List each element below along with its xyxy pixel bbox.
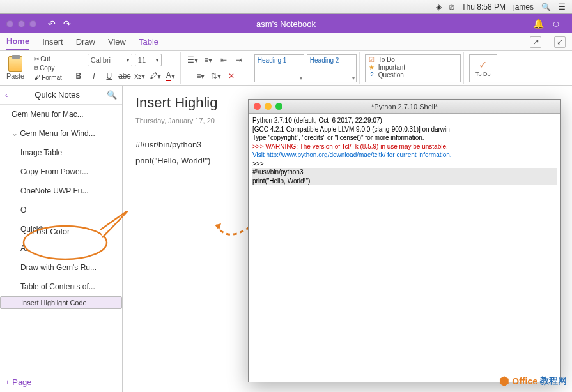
tab-draw[interactable]: Draw xyxy=(76,34,95,49)
list-item[interactable]: Image Table xyxy=(0,143,122,162)
terminal-content[interactable]: Python 2.7.10 (default, Oct 6 2017, 22:2… xyxy=(249,114,560,382)
callout-text: Lost Color xyxy=(32,227,70,236)
window-title: asm's Notebook xyxy=(256,19,316,29)
todo-button[interactable]: ✓ To Do xyxy=(469,54,497,82)
menu-icon[interactable]: ☰ xyxy=(559,3,566,11)
italic-button[interactable]: I xyxy=(87,70,101,82)
list-item[interactable]: Add Sticky Note in... xyxy=(0,239,122,258)
chevron-left-icon[interactable]: ‹ xyxy=(5,90,8,100)
indent-button[interactable]: ⇥ xyxy=(232,54,246,66)
minimize-icon[interactable] xyxy=(18,20,25,27)
expand-icon[interactable]: ⤢ xyxy=(554,36,566,48)
smile-icon[interactable]: ☺ xyxy=(548,19,564,29)
tab-home[interactable]: Home xyxy=(6,34,29,50)
undo-button[interactable]: ↶ xyxy=(44,19,59,29)
tab-table[interactable]: Table xyxy=(139,34,158,49)
tab-insert[interactable]: Insert xyxy=(42,34,63,49)
bold-button[interactable]: B xyxy=(72,70,86,82)
add-page-button[interactable]: + Page xyxy=(0,372,122,392)
airplay-icon[interactable]: ⎚ xyxy=(449,3,454,11)
outdent-button[interactable]: ⇤ xyxy=(217,54,231,66)
gem-icon[interactable]: ◈ xyxy=(436,3,442,11)
tags-card[interactable]: ☑To Do ★Important ?Question xyxy=(365,54,461,82)
search-icon[interactable]: 🔍 xyxy=(541,3,551,11)
minimize-icon[interactable] xyxy=(265,103,272,110)
clear-format-button[interactable]: ✕ xyxy=(224,70,238,82)
redo-button[interactable]: ↷ xyxy=(59,19,75,29)
terminal-window: *Python 2.7.10 Shell* Python 2.7.10 (def… xyxy=(248,99,561,382)
paste-icon[interactable] xyxy=(8,56,22,72)
close-icon[interactable] xyxy=(6,20,13,27)
list-item[interactable]: Table of Contents of... xyxy=(0,277,122,296)
zoom-icon[interactable] xyxy=(29,20,36,27)
list-item[interactable]: Draw with Gem's Ru... xyxy=(0,258,122,277)
list-item[interactable]: OneNote UWP Fu... xyxy=(0,181,122,200)
list-item[interactable]: O xyxy=(0,200,122,220)
subscript-button[interactable]: x₂▾ xyxy=(133,70,147,82)
underline-button[interactable]: U xyxy=(102,70,116,82)
watermark: ⬢ Office教程网 xyxy=(499,374,567,388)
section-title: Quick Notes xyxy=(35,90,80,100)
share-icon[interactable]: ↗ xyxy=(530,36,541,48)
font-select[interactable]: Calibri▾ xyxy=(88,54,132,66)
paste-label: Paste xyxy=(6,72,24,80)
clock: Thu 8:58 PM xyxy=(461,3,506,11)
spacing-button[interactable]: ⇅▾ xyxy=(209,70,223,82)
terminal-title: *Python 2.7.10 Shell* xyxy=(371,103,438,110)
bell-icon[interactable]: 🔔 xyxy=(529,19,548,29)
list-item[interactable]: Copy From Power... xyxy=(0,162,122,181)
numbering-button[interactable]: ≡▾ xyxy=(201,54,215,66)
close-icon[interactable] xyxy=(254,103,261,110)
font-size-select[interactable]: 11▾ xyxy=(135,54,162,66)
list-item[interactable]: Gem Menu for Wind... xyxy=(0,124,122,143)
style-heading1[interactable]: Heading 1▾ xyxy=(254,54,304,82)
username[interactable]: james xyxy=(513,3,534,11)
align-button[interactable]: ≡▾ xyxy=(194,70,208,82)
style-heading2[interactable]: Heading 2▾ xyxy=(307,54,357,82)
cut-button[interactable]: ✂ Cut xyxy=(33,55,52,63)
highlight-button[interactable]: 🖍▾ xyxy=(148,70,162,82)
page-list: Gem Menu for Mac... Gem Menu for Wind...… xyxy=(0,105,122,372)
format-button[interactable]: 🖌 Format xyxy=(33,73,63,82)
office-icon: ⬢ xyxy=(499,374,509,388)
list-item[interactable]: Insert Highlight Code xyxy=(0,296,122,309)
strike-button[interactable]: abc xyxy=(118,70,132,82)
font-color-button[interactable]: A▾ xyxy=(164,70,178,82)
zoom-icon[interactable] xyxy=(275,103,282,110)
list-item[interactable]: Gem Menu for Mac... xyxy=(0,105,122,124)
tab-view[interactable]: View xyxy=(108,34,126,49)
bullets-button[interactable]: ☰▾ xyxy=(186,54,200,66)
copy-button[interactable]: ⧉ Copy xyxy=(33,64,56,73)
search-icon[interactable]: 🔍 xyxy=(107,90,117,100)
